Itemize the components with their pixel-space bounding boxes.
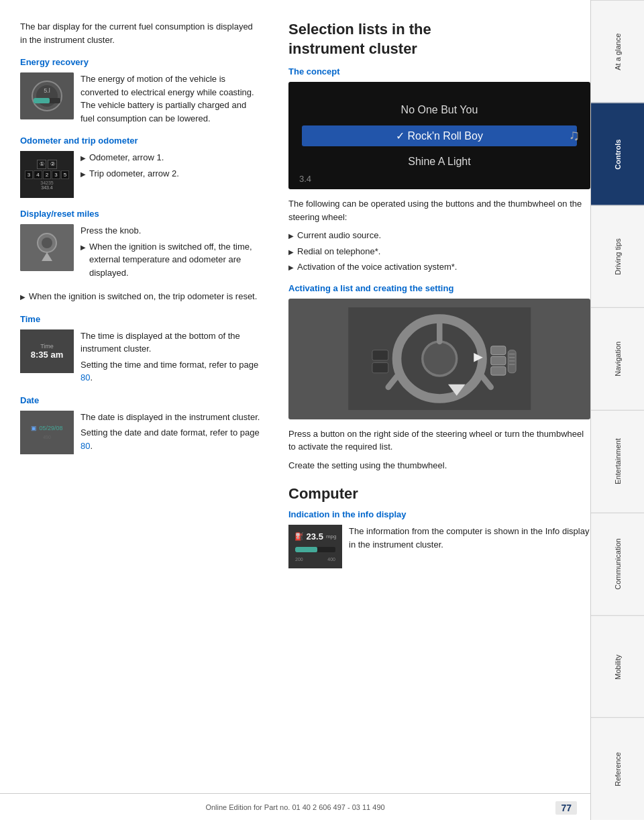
indication-heading: Indication in the info display	[288, 509, 590, 519]
fuel-bar	[295, 547, 335, 552]
indication-text: The information from the computer is sho…	[349, 525, 590, 568]
date-page-link[interactable]: 80	[80, 441, 90, 451]
concept-bullet-2: ▶ Redial on telephone*.	[288, 245, 590, 258]
main-section-title: Selection lists in the instrument cluste…	[288, 20, 590, 58]
footer-text: Online Edition for Part no. 01 40 2 606 …	[205, 803, 384, 811]
odometer-text: ▶ Odometer, arrow 1. ▶ Trip odometer, ar…	[80, 151, 262, 198]
fuel-icon: ⛽	[294, 532, 304, 541]
fuel-bar-fill	[295, 547, 317, 552]
fuel-marker-high: 400	[327, 557, 335, 562]
display-reset-image	[20, 224, 74, 271]
computer-section: Computer Indication in the info display …	[288, 485, 590, 568]
odometer-content: ① ② 3 4 2 3 5 34235 343.4	[20, 151, 262, 198]
page-footer: Online Edition for Part no. 01 40 2 606 …	[0, 793, 590, 820]
date-display-value: 05/29/08	[39, 425, 62, 431]
energy-recovery-heading: Energy recovery	[20, 57, 262, 67]
activating-section: Activating a list and creating the setti…	[288, 283, 590, 472]
sidebar-item-controls[interactable]: Controls	[591, 103, 644, 205]
arrow-icon-5: ▶	[288, 231, 294, 242]
time-heading: Time	[20, 314, 262, 324]
concept-section: The concept No One But You ✓ Rock'n Roll…	[288, 66, 590, 274]
display-reset-section: Display/reset miles Press the knob.	[20, 209, 262, 303]
fuel-marker-low: 200	[295, 557, 303, 562]
time-content: Time 8:35 am The time is displayed at th…	[20, 329, 262, 385]
sidebar-item-reference[interactable]: Reference	[591, 717, 644, 820]
activating-heading: Activating a list and creating the setti…	[288, 283, 590, 293]
odometer-bullet-1: ▶ Odometer, arrow 1.	[80, 151, 262, 164]
fuel-markers: 200 400	[295, 557, 335, 562]
sidebar-item-driving-tips[interactable]: Driving tips	[591, 205, 644, 308]
time-value: 8:35 am	[31, 350, 63, 360]
svg-rect-18	[491, 346, 506, 355]
arrow-icon-2: ▶	[80, 169, 86, 181]
sidebar: At a glance Controls Driving tips Naviga…	[590, 0, 644, 820]
concept-bullet-1: ▶ Current audio source.	[288, 229, 590, 242]
fuel-display: ⛽ 23.5 mpg 200 400	[288, 525, 342, 568]
svg-rect-17	[372, 363, 388, 373]
svg-rect-19	[491, 356, 506, 365]
time-page-ref-text: Setting the time and time format, refer …	[80, 360, 258, 370]
arrow-icon-6: ▶	[288, 247, 294, 258]
page-number: 77	[555, 801, 577, 815]
arrow-icon-1: ▶	[80, 153, 86, 164]
indication-content: ⛽ 23.5 mpg 200 400	[288, 525, 590, 568]
sidebar-item-navigation[interactable]: Navigation	[591, 307, 644, 410]
time-image: Time 8:35 am	[20, 329, 74, 373]
time-section: Time Time 8:35 am The time is displayed …	[20, 314, 262, 385]
odometer-section: Odometer and trip odometer ① ② 3 4 2 3 5	[20, 136, 262, 198]
svg-rect-20	[491, 367, 506, 376]
display-reset-text: Press the knob. ▶ When the ignition is s…	[80, 224, 262, 282]
energy-recovery-section: Energy recovery 5.l The energy of motion…	[20, 57, 262, 125]
svg-rect-22	[508, 350, 516, 373]
fuel-value: 23.5	[307, 531, 323, 542]
time-page-link[interactable]: 80	[80, 372, 90, 382]
svg-point-8	[42, 238, 52, 248]
time-label: Time	[40, 343, 54, 350]
svg-rect-5	[34, 98, 50, 103]
display-reset-bullet: ▶ When the ignition is switched off, the…	[80, 240, 262, 280]
display-reset-heading: Display/reset miles	[20, 209, 262, 219]
date-page-ref-text: Setting the date and date format, refer …	[80, 427, 260, 438]
odometer-image: ① ② 3 4 2 3 5 34235 343.4	[20, 151, 74, 198]
odometer-heading: Odometer and trip odometer	[20, 136, 262, 146]
arrow-icon-7: ▶	[288, 262, 294, 274]
intro-text: The bar display for the current fuel con…	[20, 20, 262, 46]
display-reset-after: ▶ When the ignition is switched on, the …	[20, 290, 262, 303]
concept-body: The following can be operated using the …	[288, 197, 590, 223]
activating-body-2: Create the setting using the thumbwheel.	[288, 459, 590, 472]
sidebar-item-at-a-glance[interactable]: At a glance	[591, 0, 644, 103]
sidebar-item-mobility[interactable]: Mobility	[591, 615, 644, 718]
odometer-bullet-2: ▶ Trip odometer, arrow 2.	[80, 167, 262, 181]
fuel-unit: mpg	[326, 533, 337, 540]
arrow-icon-4: ▶	[20, 292, 25, 303]
display-reset-content: Press the knob. ▶ When the ignition is s…	[20, 224, 262, 282]
cluster-row-2: ✓ Rock'n Roll Boy	[302, 125, 577, 146]
sidebar-item-entertainment[interactable]: Entertainment	[591, 410, 644, 513]
fuel-display-image: ⛽ 23.5 mpg 200 400	[288, 525, 342, 568]
steering-wheel-image	[288, 299, 590, 419]
activating-body-1: Press a button on the right side of the …	[288, 427, 590, 454]
date-text: The date is displayed in the instrument …	[80, 411, 262, 454]
cluster-display-image: No One But You ✓ Rock'n Roll Boy Shine A…	[288, 82, 590, 189]
left-column: The bar display for the current fuel con…	[20, 20, 275, 793]
date-content: ▣ 05/29/08 490 The date is displayed in …	[20, 411, 262, 454]
sidebar-item-communication[interactable]: Communication	[591, 513, 644, 615]
energy-recovery-image: 5.l	[20, 72, 74, 119]
cluster-number: 3.4	[299, 174, 311, 184]
svg-point-12	[423, 342, 457, 376]
right-column: Selection lists in the instrument cluste…	[275, 20, 590, 793]
concept-bullet-3: ▶ Activation of the voice activation sys…	[288, 260, 590, 274]
date-heading: Date	[20, 395, 262, 405]
computer-title: Computer	[288, 485, 590, 503]
date-section: Date ▣ 05/29/08 490 The date is displaye…	[20, 395, 262, 454]
energy-recovery-content: 5.l The energy of motion of the vehicle …	[20, 72, 262, 125]
cluster-display: No One But You ✓ Rock'n Roll Boy Shine A…	[288, 82, 590, 189]
arrow-icon-3: ▶	[80, 242, 86, 280]
music-icon: ♫	[569, 127, 580, 144]
energy-recovery-text: The energy of motion of the vehicle is c…	[80, 72, 262, 125]
date-image: ▣ 05/29/08 490	[20, 411, 74, 454]
steering-wheel-graphic	[288, 299, 590, 419]
concept-heading: The concept	[288, 66, 590, 76]
svg-rect-16	[372, 350, 388, 360]
cluster-row-1: No One But You	[302, 100, 577, 120]
